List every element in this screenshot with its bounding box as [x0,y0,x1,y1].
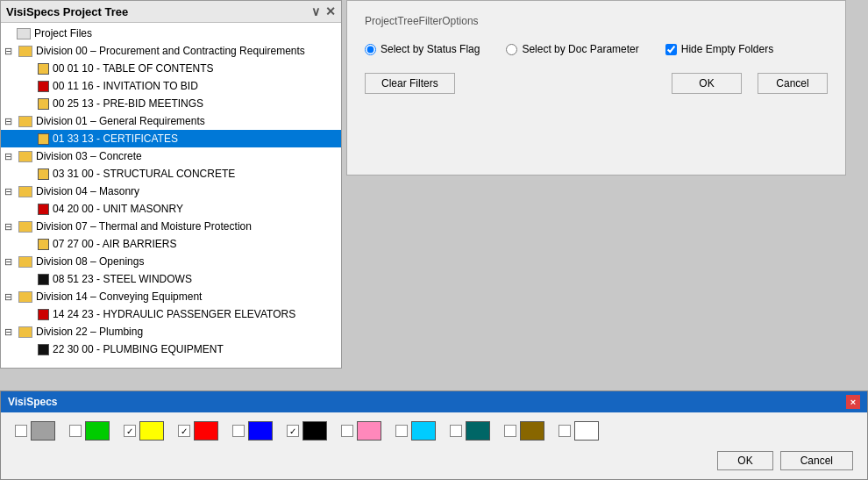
status-color-box [38,204,49,215]
expand-icon[interactable]: ⊟ [4,324,17,340]
tree-item[interactable]: 07 27 00 - AIR BARRIERS [1,235,341,253]
swatch-checkbox[interactable] [450,425,462,437]
filter-cancel-button[interactable]: Cancel [758,73,828,94]
tree-item[interactable]: 01 33 13 - CERTIFICATES [1,130,341,147]
tree-item-label: 00 01 10 - TABLE OF CONTENTS [53,61,214,76]
status-color-box [38,133,49,145]
tree-content[interactable]: Project Files⊟Division 00 – Procurement … [1,23,341,368]
swatch-item [15,421,55,441]
clear-filters-button[interactable]: Clear Filters [365,73,455,94]
filter-options-row: Select by Status Flag Select by Doc Para… [365,43,828,55]
tree-item[interactable]: Project Files [1,25,341,42]
tree-item[interactable]: 04 20 00 - UNIT MASONRY [1,200,341,218]
color-swatch-pink[interactable] [357,421,381,441]
tree-item[interactable]: ⊟Division 01 – General Requirements [1,112,341,130]
swatch-item: ✓ [287,421,327,441]
swatch-checkbox[interactable] [15,425,27,437]
visispecs-ok-button[interactable]: OK [717,451,772,470]
filter-ok-button[interactable]: OK [672,73,742,94]
color-swatch-teal[interactable] [466,421,490,441]
tree-item[interactable]: ⊟Division 14 – Conveying Equipment [1,288,341,305]
swatch-checkbox[interactable] [395,425,408,437]
tree-item-label: 00 25 13 - PRE-BID MEETINGS [53,96,203,111]
folder-icon [18,186,32,197]
swatch-checkbox[interactable]: ✓ [178,425,190,437]
select-by-status-radio[interactable]: Select by Status Flag [365,43,480,55]
tree-item[interactable]: 00 25 13 - PRE-BID MEETINGS [1,95,341,112]
tree-item[interactable]: 00 01 10 - TABLE OF CONTENTS [1,60,341,77]
swatch-checkbox[interactable] [69,425,82,437]
folder-icon [18,221,32,233]
color-swatch-gray[interactable] [31,421,55,441]
project-tree-panel: VisiSpecs Project Tree ∨ ✕ Project Files… [0,0,342,369]
swatch-checkbox[interactable]: ✓ [124,425,136,437]
tree-item-label: Division 08 – Openings [36,254,144,269]
visispecs-cancel-button[interactable]: Cancel [780,451,853,470]
color-swatch-brown[interactable] [520,421,544,441]
hide-empty-folders-label: Hide Empty Folders [681,43,773,55]
swatch-checkbox[interactable] [504,425,516,437]
status-color-box [38,274,49,285]
tree-item-label: Division 04 – Masonry [36,183,139,199]
swatch-item [232,421,273,441]
close-icon[interactable]: ✕ [325,4,336,18]
color-swatch-cyan[interactable] [411,421,436,441]
expand-icon[interactable]: ⊟ [4,113,17,129]
tree-item[interactable]: 22 30 00 - PLUMBING EQUIPMENT [1,340,341,358]
color-swatch-blue[interactable] [248,421,273,441]
expand-icon[interactable]: ⊟ [4,254,17,269]
status-color-box [38,81,49,92]
dialog-buttons-row: OK Cancel [15,449,853,472]
color-swatch-black[interactable] [302,421,327,441]
tree-item-label: 04 20 00 - UNIT MASONRY [53,201,183,217]
color-swatches-row: ✓✓✓ [15,421,853,441]
tree-item-label: 03 31 00 - STRUCTURAL CONCRETE [53,166,235,182]
hide-empty-folders-checkbox[interactable]: Hide Empty Folders [665,43,773,55]
tree-item[interactable]: ⊟Division 04 – Masonry [1,183,341,200]
swatch-checkbox[interactable] [341,425,353,437]
expand-icon[interactable]: ⊟ [4,289,17,304]
tree-item[interactable]: ⊟Division 22 – Plumbing [1,323,341,340]
tree-item[interactable]: ⊟Division 07 – Thermal and Moisture Prot… [1,218,341,235]
swatch-item [504,421,544,441]
expand-icon[interactable]: ⊟ [4,183,17,199]
tree-item[interactable]: ⊟Division 08 – Openings [1,253,341,270]
status-color-box [38,239,49,250]
folder-icon [18,256,32,268]
expand-icon[interactable]: ⊟ [4,148,17,164]
color-swatch-red[interactable] [194,421,218,441]
status-color-box [38,309,49,320]
tree-item[interactable]: 00 11 16 - INVITATION TO BID [1,77,341,95]
panel-controls: ∨ ✕ [311,4,336,18]
tree-item[interactable]: 03 31 00 - STRUCTURAL CONCRETE [1,165,341,183]
swatch-item: ✓ [178,421,218,441]
tree-item[interactable]: ⊟Division 03 – Concrete [1,147,341,165]
tree-item[interactable]: ⊟Division 00 – Procurement and Contracti… [1,42,341,60]
folder-icon [18,46,32,57]
tree-item-label: Project Files [34,25,92,41]
visispecs-body: ✓✓✓ OK Cancel [1,412,867,479]
visispecs-close-button[interactable]: × [846,395,860,409]
color-swatch-green[interactable] [85,421,110,441]
filter-options-panel: ProjectTreeFilterOptions Select by Statu… [346,0,846,176]
select-by-doc-radio[interactable]: Select by Doc Parameter [506,43,638,55]
tree-item[interactable]: 14 24 23 - HYDRAULIC PASSENGER ELEVATORS [1,305,341,323]
status-color-box [38,168,49,180]
tree-item-label: Division 01 – General Requirements [36,113,205,129]
expand-icon[interactable]: ⊟ [4,43,17,59]
swatch-checkbox[interactable] [232,425,245,437]
tree-item-label: Division 07 – Thermal and Moisture Prote… [36,219,252,234]
swatch-checkbox[interactable] [559,425,571,437]
color-swatch-yellow[interactable] [139,421,164,441]
tree-item[interactable]: 08 51 23 - STEEL WINDOWS [1,270,341,288]
folder-icon [18,116,32,127]
swatch-item [450,421,490,441]
filter-buttons-row: Clear Filters OK Cancel [365,73,828,94]
swatch-checkbox[interactable]: ✓ [287,425,299,437]
expand-icon[interactable]: ⊟ [4,219,17,234]
status-color-box [38,344,49,355]
filter-panel-title: ProjectTreeFilterOptions [365,15,828,27]
collapse-icon[interactable]: ∨ [311,4,320,18]
color-swatch-white[interactable] [574,421,599,441]
swatch-item [559,421,599,441]
